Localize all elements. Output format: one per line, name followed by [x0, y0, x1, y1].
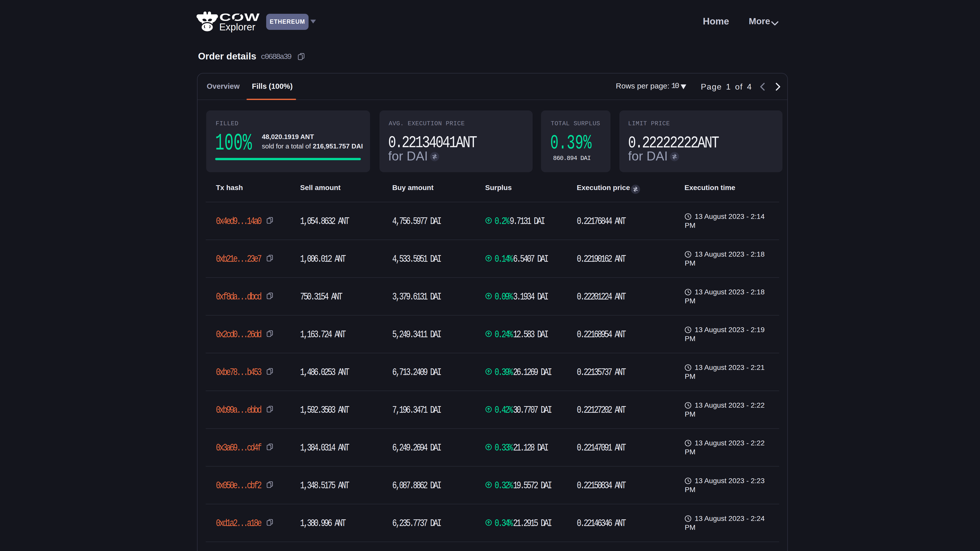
svg-text:Explorer: Explorer — [219, 22, 256, 32]
svg-text:COW: COW — [219, 11, 260, 23]
